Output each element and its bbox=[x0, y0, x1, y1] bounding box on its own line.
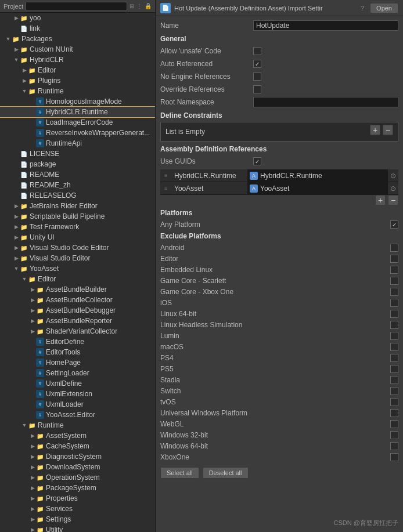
tree-item[interactable]: ▶📁Properties bbox=[0, 493, 155, 504]
platform-checkbox[interactable] bbox=[390, 288, 398, 296]
select-all-button[interactable]: Select all bbox=[160, 467, 199, 479]
tree-item[interactable]: ▶📁Scriptable Build Pipeline bbox=[0, 211, 155, 222]
tree-item[interactable]: ▼📁Packages bbox=[0, 34, 155, 44]
platform-checkbox[interactable] bbox=[390, 255, 398, 263]
tree-item[interactable]: ▼📁Editor bbox=[0, 274, 155, 284]
ref-value-0[interactable]: A HybridCLR.Runtime bbox=[247, 169, 388, 182]
allow-unsafe-checkbox[interactable] bbox=[253, 47, 261, 55]
tree-item[interactable]: #UxmlDefine bbox=[0, 378, 155, 389]
tree-item[interactable]: #HomePage bbox=[0, 357, 155, 368]
any-platform-checkbox[interactable] bbox=[390, 220, 398, 229]
open-button[interactable]: Open bbox=[370, 3, 398, 13]
tree-item[interactable]: #EditorTools bbox=[0, 347, 155, 357]
deselect-all-button[interactable]: Deselect all bbox=[203, 467, 249, 479]
name-input[interactable] bbox=[253, 20, 398, 31]
platform-checkbox[interactable] bbox=[390, 354, 398, 362]
tree-item[interactable]: ▶📁Utility bbox=[0, 524, 155, 532]
platform-checkbox[interactable] bbox=[390, 299, 398, 307]
ref-value-1[interactable]: A YooAsset bbox=[247, 182, 388, 194]
override-references-checkbox[interactable] bbox=[253, 85, 261, 93]
platform-checkbox[interactable] bbox=[390, 409, 398, 417]
tree-item[interactable]: ▶📁Settings bbox=[0, 514, 155, 524]
tree-item[interactable]: 📄link bbox=[0, 23, 155, 34]
tree-item[interactable]: ▶📁DownloadSystem bbox=[0, 462, 155, 472]
use-guids-checkbox[interactable] bbox=[253, 157, 261, 165]
platform-checkbox[interactable] bbox=[390, 398, 398, 406]
tree-item[interactable]: ▶📁AssetBundleReporter bbox=[0, 316, 155, 326]
platform-label: macOS bbox=[160, 343, 390, 351]
platform-checkbox[interactable] bbox=[390, 332, 398, 340]
tree-item[interactable]: ▶📁PackageSystem bbox=[0, 483, 155, 493]
root-namespace-input[interactable] bbox=[253, 97, 398, 107]
tree-item-label: HybridCLR.Runtime bbox=[46, 108, 108, 116]
platform-checkbox[interactable] bbox=[390, 453, 398, 461]
tree-item[interactable]: #RuntimeApi bbox=[0, 138, 155, 149]
refs-remove-button[interactable]: − bbox=[388, 195, 398, 205]
platform-checkbox[interactable] bbox=[390, 376, 398, 384]
tree-item[interactable]: #UxmlLoader bbox=[0, 399, 155, 410]
tree-item[interactable]: 📄LICENSE bbox=[0, 149, 155, 159]
options-icon[interactable]: ⋮ bbox=[136, 3, 142, 9]
tree-item[interactable]: ▶📁JetBrains Rider Editor bbox=[0, 201, 155, 211]
tree-item[interactable]: #YooAsset.Editor bbox=[0, 410, 155, 420]
auto-referenced-checkbox[interactable] bbox=[253, 60, 261, 68]
tree-item[interactable]: 📄README bbox=[0, 169, 155, 180]
tree-item[interactable]: 📄RELEASELOG bbox=[0, 190, 155, 201]
help-icon[interactable]: ? bbox=[361, 5, 364, 12]
tree-item-label: Services bbox=[46, 505, 73, 513]
tree-item[interactable]: ▶📁Plugins bbox=[0, 75, 155, 86]
tree-item[interactable]: #SettingLoader bbox=[0, 368, 155, 378]
platform-checkbox[interactable] bbox=[390, 321, 398, 329]
define-add-button[interactable]: + bbox=[370, 125, 380, 135]
tree-item[interactable]: #HomologousImageMode bbox=[0, 96, 155, 107]
ref-remove-0[interactable]: ⊙ bbox=[388, 171, 398, 181]
ref-remove-1[interactable]: ⊙ bbox=[388, 183, 398, 194]
tree-item[interactable]: ▶📁AssetSystem bbox=[0, 430, 155, 441]
tree-item[interactable]: #ReverseInvokeWrapperGenerat... bbox=[0, 128, 155, 138]
tree-icon: # bbox=[36, 379, 44, 388]
platform-checkbox[interactable] bbox=[390, 343, 398, 351]
platform-checkbox[interactable] bbox=[390, 310, 398, 318]
no-engine-checkbox[interactable] bbox=[253, 73, 261, 81]
platform-checkbox[interactable] bbox=[390, 420, 398, 428]
tree-item[interactable]: ▼📁Runtime bbox=[0, 86, 155, 96]
tree-item[interactable]: #LoadImageErrorCode bbox=[0, 117, 155, 128]
tree-item[interactable]: ▶📁Editor bbox=[0, 65, 155, 75]
tree-item[interactable]: 📄package bbox=[0, 159, 155, 169]
tree-item[interactable]: ▼📁Runtime bbox=[0, 420, 155, 430]
define-remove-button[interactable]: − bbox=[383, 125, 393, 135]
platform-checkbox[interactable] bbox=[390, 387, 398, 395]
tree-item[interactable]: ▶📁Unity UI bbox=[0, 232, 155, 243]
tree-item[interactable]: #HybridCLR.Runtime bbox=[0, 107, 155, 117]
tree-item[interactable]: ▶📁Test Framework bbox=[0, 222, 155, 232]
refs-add-button[interactable]: + bbox=[375, 195, 386, 205]
tree-item[interactable]: ▶📁Services bbox=[0, 504, 155, 514]
platform-checkbox[interactable] bbox=[390, 442, 398, 450]
platform-checkbox[interactable] bbox=[390, 365, 398, 373]
platform-checkbox[interactable] bbox=[390, 244, 398, 252]
tree-item[interactable]: ▶📁CacheSystem bbox=[0, 441, 155, 451]
tree-item-label: AssetBundleCollector bbox=[46, 296, 113, 304]
tree-item[interactable]: ▶📁AssetBundleDebugger bbox=[0, 305, 155, 316]
tree-item[interactable]: ▶📁DiagnosticSystem bbox=[0, 451, 155, 462]
platform-checkbox[interactable] bbox=[390, 266, 398, 274]
tree-item[interactable]: #UxmlExtension bbox=[0, 389, 155, 399]
platform-checkbox[interactable] bbox=[390, 277, 398, 285]
lock-icon[interactable]: 🔒 bbox=[145, 3, 152, 9]
tree-item[interactable]: ▶📁Visual Studio Editor bbox=[0, 253, 155, 263]
tree-item[interactable]: ▶📁Custom NUnit bbox=[0, 44, 155, 55]
tree-item[interactable]: ▶📁AssetBundleBuilder bbox=[0, 284, 155, 295]
tree-item[interactable]: ▶📁OperationSystem bbox=[0, 472, 155, 483]
tree-arrow: ▶ bbox=[29, 318, 36, 324]
tree-item[interactable]: ▶📁ShaderVariantCollector bbox=[0, 326, 155, 336]
tree-item[interactable]: ▶📁AssetBundleCollector bbox=[0, 295, 155, 305]
platform-checkbox[interactable] bbox=[390, 431, 398, 439]
tree-item[interactable]: ▶📁yoo bbox=[0, 13, 155, 23]
tree-item[interactable]: ▼📁YooAsset bbox=[0, 263, 155, 274]
layout-icon[interactable]: ⊞ bbox=[129, 3, 134, 9]
search-input[interactable] bbox=[26, 2, 127, 11]
tree-item[interactable]: ▼📁HybridCLR bbox=[0, 55, 155, 65]
tree-item[interactable]: #EditorDefine bbox=[0, 336, 155, 347]
tree-item[interactable]: 📄README_zh bbox=[0, 180, 155, 190]
tree-item[interactable]: ▶📁Visual Studio Code Editor bbox=[0, 243, 155, 253]
